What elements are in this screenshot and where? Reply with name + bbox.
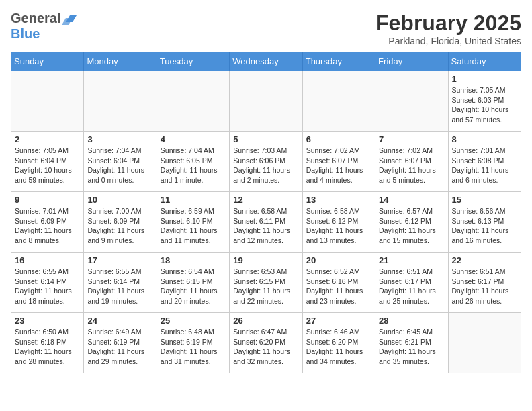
day-number: 1 [452,74,517,84]
day-number: 8 [452,134,517,144]
calendar-cell: 25Sunrise: 6:48 AMSunset: 6:19 PMDayligh… [157,313,229,373]
day-number: 5 [233,134,298,144]
calendar: SundayMondayTuesdayWednesdayThursdayFrid… [11,52,521,373]
calendar-cell: 28Sunrise: 6:45 AMSunset: 6:21 PMDayligh… [375,313,448,373]
calendar-cell [375,71,448,132]
calendar-cell [157,71,229,132]
day-number: 7 [379,134,444,144]
calendar-cell: 18Sunrise: 6:54 AMSunset: 6:15 PMDayligh… [157,253,229,313]
day-number: 15 [452,195,517,205]
day-info: Sunrise: 6:51 AMSunset: 6:17 PMDaylight:… [452,267,517,306]
calendar-cell [230,71,302,132]
calendar-cell [11,71,84,132]
day-info: Sunrise: 6:52 AMSunset: 6:16 PMDaylight:… [306,267,371,306]
calendar-cell: 13Sunrise: 6:58 AMSunset: 6:12 PMDayligh… [302,192,375,253]
calendar-week-4: 16Sunrise: 6:55 AMSunset: 6:14 PMDayligh… [11,253,521,313]
day-number: 21 [379,255,444,265]
day-info: Sunrise: 6:49 AMSunset: 6:19 PMDaylight:… [87,327,152,367]
day-number: 16 [15,255,80,265]
calendar-cell: 21Sunrise: 6:51 AMSunset: 6:17 PMDayligh… [375,253,448,313]
calendar-cell: 22Sunrise: 6:51 AMSunset: 6:17 PMDayligh… [448,253,521,313]
day-number: 12 [233,195,298,205]
day-number: 11 [161,195,226,205]
calendar-week-5: 23Sunrise: 6:50 AMSunset: 6:18 PMDayligh… [11,313,521,373]
day-info: Sunrise: 7:01 AMSunset: 6:09 PMDaylight:… [15,206,80,246]
calendar-cell: 1Sunrise: 7:05 AMSunset: 6:03 PMDaylight… [448,71,521,132]
location: Parkland, Florida, United States [375,36,521,46]
day-info: Sunrise: 6:54 AMSunset: 6:15 PMDaylight:… [161,267,226,306]
logo-blue: Blue [11,26,40,41]
calendar-cell: 16Sunrise: 6:55 AMSunset: 6:14 PMDayligh… [11,253,84,313]
day-number: 9 [15,195,80,205]
day-info: Sunrise: 7:02 AMSunset: 6:07 PMDaylight:… [379,146,444,185]
day-number: 13 [306,195,371,205]
day-info: Sunrise: 7:05 AMSunset: 6:04 PMDaylight:… [15,146,80,185]
day-info: Sunrise: 7:01 AMSunset: 6:08 PMDaylight:… [452,146,517,185]
calendar-cell: 4Sunrise: 7:04 AMSunset: 6:05 PMDaylight… [157,132,229,192]
calendar-cell: 11Sunrise: 6:59 AMSunset: 6:10 PMDayligh… [157,192,229,253]
calendar-cell: 27Sunrise: 6:46 AMSunset: 6:20 PMDayligh… [302,313,375,373]
calendar-cell: 5Sunrise: 7:03 AMSunset: 6:06 PMDaylight… [230,132,302,192]
day-header-wednesday: Wednesday [230,52,302,71]
day-number: 19 [233,255,298,265]
day-number: 3 [87,134,152,144]
calendar-cell: 14Sunrise: 6:57 AMSunset: 6:12 PMDayligh… [375,192,448,253]
title-area: February 2025 Parkland, Florida, United … [375,11,521,46]
day-info: Sunrise: 7:02 AMSunset: 6:07 PMDaylight:… [306,146,371,185]
logo: General Blue [11,11,77,42]
day-info: Sunrise: 6:50 AMSunset: 6:18 PMDaylight:… [15,327,80,367]
day-number: 22 [452,255,517,265]
day-number: 28 [379,316,444,326]
calendar-cell [302,71,375,132]
calendar-header-row: SundayMondayTuesdayWednesdayThursdayFrid… [11,52,521,71]
day-number: 25 [161,316,226,326]
calendar-cell: 19Sunrise: 6:53 AMSunset: 6:15 PMDayligh… [230,253,302,313]
day-info: Sunrise: 6:47 AMSunset: 6:20 PMDaylight:… [233,327,298,367]
month-title: February 2025 [375,11,521,36]
calendar-cell: 20Sunrise: 6:52 AMSunset: 6:16 PMDayligh… [302,253,375,313]
day-number: 18 [161,255,226,265]
day-number: 26 [233,316,298,326]
day-info: Sunrise: 6:46 AMSunset: 6:20 PMDaylight:… [306,327,371,367]
day-number: 23 [15,316,80,326]
calendar-cell: 17Sunrise: 6:55 AMSunset: 6:14 PMDayligh… [84,253,157,313]
calendar-cell: 23Sunrise: 6:50 AMSunset: 6:18 PMDayligh… [11,313,84,373]
day-number: 27 [306,316,371,326]
day-info: Sunrise: 7:04 AMSunset: 6:04 PMDaylight:… [87,146,152,185]
day-number: 24 [87,316,152,326]
day-info: Sunrise: 6:51 AMSunset: 6:17 PMDaylight:… [379,267,444,306]
day-header-friday: Friday [375,52,448,71]
day-header-thursday: Thursday [302,52,375,71]
day-info: Sunrise: 7:05 AMSunset: 6:03 PMDaylight:… [452,85,517,125]
calendar-cell [448,313,521,373]
day-number: 17 [87,255,152,265]
logo-general: General [11,11,60,26]
calendar-cell: 24Sunrise: 6:49 AMSunset: 6:19 PMDayligh… [84,313,157,373]
day-info: Sunrise: 6:45 AMSunset: 6:21 PMDaylight:… [379,327,444,367]
day-info: Sunrise: 7:04 AMSunset: 6:05 PMDaylight:… [161,146,226,185]
calendar-cell: 12Sunrise: 6:58 AMSunset: 6:11 PMDayligh… [230,192,302,253]
calendar-cell: 15Sunrise: 6:56 AMSunset: 6:13 PMDayligh… [448,192,521,253]
day-header-saturday: Saturday [448,52,521,71]
day-info: Sunrise: 6:53 AMSunset: 6:15 PMDaylight:… [233,267,298,306]
calendar-cell [84,71,157,132]
day-info: Sunrise: 6:59 AMSunset: 6:10 PMDaylight:… [161,206,226,246]
calendar-cell: 10Sunrise: 7:00 AMSunset: 6:09 PMDayligh… [84,192,157,253]
day-info: Sunrise: 7:03 AMSunset: 6:06 PMDaylight:… [233,146,298,185]
calendar-week-1: 1Sunrise: 7:05 AMSunset: 6:03 PMDaylight… [11,71,521,132]
day-number: 20 [306,255,371,265]
logo-icon [62,10,77,25]
day-info: Sunrise: 6:58 AMSunset: 6:12 PMDaylight:… [306,206,371,246]
calendar-cell: 7Sunrise: 7:02 AMSunset: 6:07 PMDaylight… [375,132,448,192]
calendar-week-3: 9Sunrise: 7:01 AMSunset: 6:09 PMDaylight… [11,192,521,253]
page-header: General Blue February 2025 Parkland, Flo… [11,11,521,46]
day-header-tuesday: Tuesday [157,52,229,71]
calendar-week-2: 2Sunrise: 7:05 AMSunset: 6:04 PMDaylight… [11,132,521,192]
day-number: 2 [15,134,80,144]
day-header-monday: Monday [84,52,157,71]
day-info: Sunrise: 6:58 AMSunset: 6:11 PMDaylight:… [233,206,298,246]
day-info: Sunrise: 6:56 AMSunset: 6:13 PMDaylight:… [452,206,517,246]
day-header-sunday: Sunday [11,52,84,71]
calendar-cell: 26Sunrise: 6:47 AMSunset: 6:20 PMDayligh… [230,313,302,373]
day-info: Sunrise: 6:57 AMSunset: 6:12 PMDaylight:… [379,206,444,246]
